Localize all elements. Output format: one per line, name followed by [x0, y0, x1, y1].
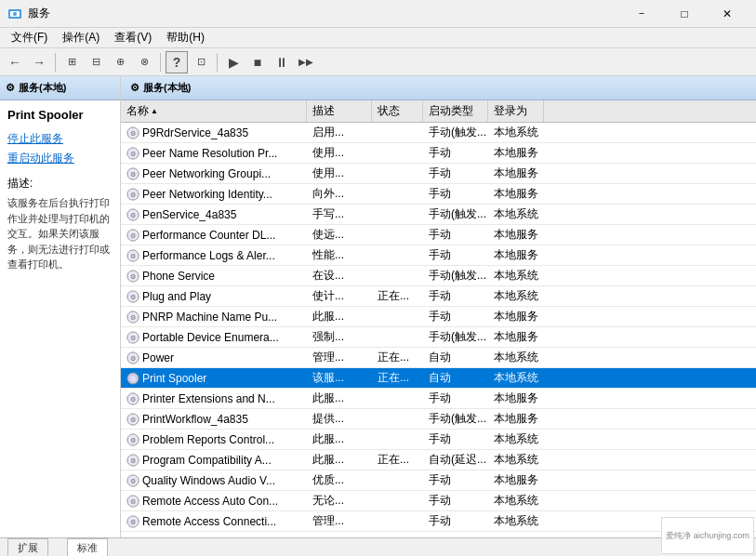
- service-icon: ⚙: [126, 126, 139, 139]
- table-row[interactable]: ⚙Printer Extensions and N...此服...手动本地服务: [121, 389, 756, 409]
- right-panel: ⚙ 服务(本地) 名称 ▲ 描述 状态 启动类型 登录为 ⚙P9Rdr: [121, 76, 756, 537]
- menu-file[interactable]: 文件(F): [4, 28, 55, 47]
- service-status-cell: [372, 389, 423, 408]
- service-desc-cell: 在设...: [307, 266, 372, 285]
- svg-text:⚙: ⚙: [130, 232, 136, 238]
- service-login-cell: 本地系统: [488, 205, 544, 224]
- service-name-text: Peer Name Resolution Pr...: [142, 147, 277, 160]
- svg-text:⚙: ⚙: [130, 436, 136, 443]
- pause-button[interactable]: ⏸: [271, 51, 293, 73]
- service-status-cell: 正在...: [372, 286, 423, 306]
- service-icon: ⚙: [126, 229, 139, 242]
- service-desc-cell: 无论...: [307, 491, 372, 510]
- service-login-cell: 本地系统: [488, 286, 544, 306]
- svg-text:⚙: ⚙: [130, 293, 136, 299]
- menu-help[interactable]: 帮助(H): [159, 28, 212, 47]
- forward-button[interactable]: →: [28, 51, 50, 73]
- service-status-cell: [372, 430, 423, 449]
- view-btn-3[interactable]: ⊕: [109, 51, 131, 73]
- stop-button[interactable]: ■: [246, 51, 269, 73]
- service-status-cell: 正在...: [372, 348, 423, 367]
- service-login-cell: 本地系统: [488, 348, 544, 367]
- service-status-cell: [372, 470, 423, 490]
- service-startup-cell: 手动: [423, 470, 488, 490]
- table-row[interactable]: ⚙Quality Windows Audio V...优质...手动本地服务: [121, 470, 756, 491]
- table-header: 名称 ▲ 描述 状态 启动类型 登录为: [121, 100, 756, 123]
- service-login-cell: 本地服务: [488, 389, 544, 408]
- table-row[interactable]: ⚙Remote Access Auto Con...无论...手动本地系统: [121, 491, 756, 511]
- table-row[interactable]: ⚙PrintWorkflow_4a835提供...手动(触发...本地服务: [121, 409, 756, 430]
- left-header-icon: ⚙: [6, 82, 15, 94]
- service-name-text: Power: [142, 351, 174, 364]
- service-login-cell: 本地服务: [488, 225, 544, 245]
- table-row[interactable]: ⚙PNRP Machine Name Pu...此服...手动本地服务: [121, 307, 756, 327]
- service-desc-cell: 手写...: [307, 205, 372, 224]
- table-row[interactable]: ⚙Problem Reports Control...此服...手动本地系统: [121, 430, 756, 450]
- table-row[interactable]: ⚙Performance Logs & Aler...性能...手动本地服务: [121, 245, 756, 266]
- service-name-cell: ⚙Peer Networking Identity...: [121, 184, 307, 204]
- play-button[interactable]: ▶: [222, 51, 245, 73]
- col-status[interactable]: 状态: [372, 100, 423, 122]
- service-status-cell: [372, 307, 423, 326]
- col-desc[interactable]: 描述: [307, 100, 372, 122]
- help-button[interactable]: ?: [166, 51, 188, 73]
- table-row[interactable]: ⚙Portable Device Enumera...强制...手动(触发...…: [121, 327, 756, 348]
- service-desc-cell: 此服...: [307, 307, 372, 326]
- tab-standard[interactable]: 标准: [67, 538, 108, 557]
- service-name-text: Program Compatibility A...: [142, 454, 272, 467]
- service-login-cell: 本地系统: [488, 450, 544, 470]
- minimize-button[interactable]: －: [620, 0, 663, 28]
- service-icon: ⚙: [126, 372, 139, 385]
- table-row[interactable]: ⚙Plug and Play使计...正在...手动本地系统: [121, 286, 756, 307]
- tab-expand[interactable]: 扩展: [7, 538, 48, 557]
- service-startup-cell: 手动(触发...: [423, 327, 488, 347]
- table-row[interactable]: ⚙Peer Networking Identity...向外...手动本地服务: [121, 184, 756, 205]
- col-startup[interactable]: 启动类型: [423, 100, 488, 122]
- table-row[interactable]: ⚙Program Compatibility A...此服...正在...自动(…: [121, 450, 756, 470]
- title-bar: 服务 － □ ✕: [0, 0, 756, 28]
- col-login[interactable]: 登录为: [488, 100, 544, 122]
- col-name[interactable]: 名称 ▲: [121, 100, 307, 122]
- resume-button[interactable]: ▶▶: [295, 51, 317, 73]
- service-startup-cell: 手动: [423, 286, 488, 306]
- table-row[interactable]: ⚙Peer Name Resolution Pr...使用...手动本地服务: [121, 143, 756, 164]
- view-btn-4[interactable]: ⊗: [133, 51, 155, 73]
- service-desc-cell: 使计...: [307, 286, 372, 306]
- table-row[interactable]: ⚙Phone Service在设...手动(触发...本地系统: [121, 266, 756, 286]
- service-name-cell: ⚙PenService_4a835: [121, 205, 307, 224]
- table-row[interactable]: ⚙Peer Networking Groupi...使用...手动本地服务: [121, 164, 756, 184]
- table-row[interactable]: ⚙P9RdrService_4a835启用...手动(触发...本地系统: [121, 123, 756, 143]
- back-button[interactable]: ←: [4, 51, 26, 73]
- service-name-cell: ⚙P9RdrService_4a835: [121, 123, 307, 142]
- svg-text:⚙: ⚙: [130, 375, 136, 381]
- view-btn-1[interactable]: ⊞: [60, 51, 83, 73]
- table-row[interactable]: ⚙Power管理...正在...自动本地系统: [121, 348, 756, 368]
- maximize-button[interactable]: □: [663, 0, 706, 28]
- main-container: ⚙ 服务(本地) Print Spooler 停止此服务 重启动此服务 描述: …: [0, 76, 756, 537]
- service-login-cell: 本地服务: [488, 307, 544, 326]
- table-row[interactable]: ⚙Print Spooler该服...正在...自动本地系统: [121, 368, 756, 389]
- view-btn-2[interactable]: ⊟: [85, 51, 107, 73]
- close-button[interactable]: ✕: [706, 0, 749, 28]
- svg-text:⚙: ⚙: [130, 211, 136, 218]
- service-status-cell: 正在...: [372, 368, 423, 388]
- service-name-text: Peer Networking Groupi...: [142, 167, 271, 180]
- table-row[interactable]: ⚙PenService_4a835手写...手动(触发...本地系统: [121, 205, 756, 225]
- service-icon: ⚙: [126, 167, 139, 180]
- service-name-cell: ⚙Power: [121, 348, 307, 367]
- svg-point-2: [13, 12, 17, 16]
- service-icon: ⚙: [126, 290, 139, 303]
- service-name-cell: ⚙Portable Device Enumera...: [121, 327, 307, 347]
- svg-text:⚙: ⚙: [130, 170, 136, 177]
- service-name-text: PenService_4a835: [142, 208, 236, 221]
- menu-view[interactable]: 查看(V): [107, 28, 159, 47]
- service-login-cell: 本地系统: [488, 123, 544, 142]
- view-btn-5[interactable]: ⊡: [190, 51, 212, 73]
- stop-service-link[interactable]: 停止此服务: [7, 131, 113, 147]
- service-startup-cell: 自动: [423, 368, 488, 388]
- menu-action[interactable]: 操作(A): [55, 28, 107, 47]
- table-row[interactable]: ⚙Performance Counter DL...使远...手动本地服务: [121, 225, 756, 245]
- services-table[interactable]: 名称 ▲ 描述 状态 启动类型 登录为 ⚙P9RdrService_4a835启…: [121, 100, 756, 537]
- restart-service-link[interactable]: 重启动此服务: [7, 151, 113, 166]
- service-icon: ⚙: [126, 351, 139, 364]
